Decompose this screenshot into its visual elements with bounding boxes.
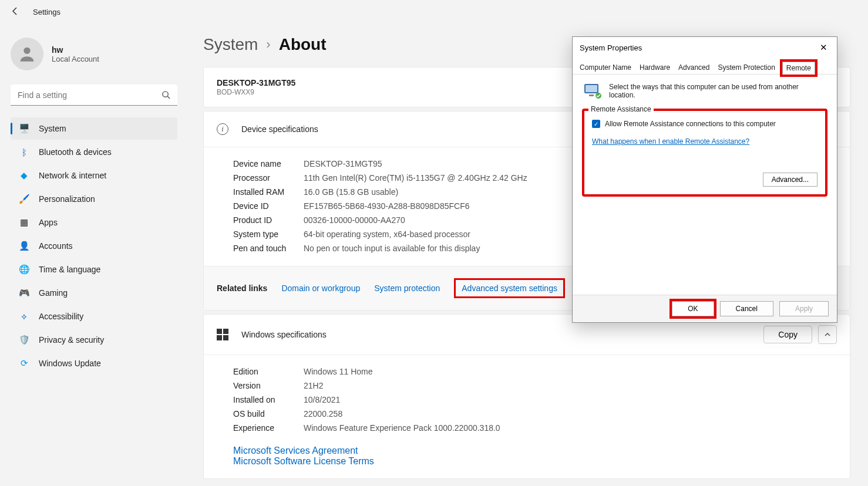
crumb-current: About [279, 35, 327, 54]
close-icon[interactable]: ✕ [817, 40, 830, 55]
svg-rect-4 [586, 85, 597, 92]
svg-line-2 [167, 96, 170, 99]
cancel-button[interactable]: Cancel [720, 301, 773, 316]
section-title: Device specifications [241, 124, 318, 134]
svg-rect-5 [589, 95, 594, 96]
advanced-button[interactable]: Advanced... [763, 173, 817, 187]
search-box[interactable] [11, 85, 177, 106]
spec-val: Windows 11 Home [304, 367, 820, 376]
spec-key: System type [233, 230, 304, 239]
link-remote-help[interactable]: What happens when I enable Remote Assist… [592, 137, 749, 146]
info-icon: i [217, 123, 228, 135]
link-domain[interactable]: Domain or workgroup [281, 284, 360, 293]
checkbox-label: Allow Remote Assistance connections to t… [605, 120, 776, 128]
spec-key: Edition [233, 367, 304, 376]
spec-key: Installed RAM [233, 187, 304, 197]
windows-specs-card: Windows specifications Copy EditionWindo… [203, 314, 850, 479]
sidebar-item-network[interactable]: ◆Network & internet [11, 164, 177, 187]
sidebar-item-label: Gaming [39, 288, 68, 298]
sidebar-item-label: Privacy & security [39, 335, 104, 345]
sidebar-item-label: Accounts [39, 241, 73, 251]
sidebar-item-personalization[interactable]: 🖌️Personalization [11, 188, 177, 210]
link-services-agreement[interactable]: Microsoft Services Agreement [233, 446, 820, 456]
wifi-icon: ◆ [19, 170, 29, 181]
section-title: Windows specifications [241, 330, 327, 339]
sidebar-item-label: Network & internet [39, 171, 106, 180]
profile-name: hw [52, 45, 99, 55]
apps-icon: ▦ [19, 217, 29, 228]
profile-sub: Local Account [52, 55, 99, 63]
sidebar-item-label: System [39, 124, 66, 133]
ok-button[interactable]: OK [672, 301, 714, 316]
tab-computer-name[interactable]: Computer Name [578, 61, 633, 74]
link-advanced-settings[interactable]: Advanced system settings [462, 284, 557, 293]
globe-icon: 🌐 [19, 264, 29, 275]
person-icon: 👤 [19, 241, 29, 251]
spec-key: Experience [233, 423, 304, 433]
spec-key: Version [233, 381, 304, 390]
search-icon [162, 90, 170, 102]
dialog-title: System Properties [580, 43, 642, 52]
copy-button[interactable]: Copy [763, 326, 812, 343]
profile-block[interactable]: hw Local Account [11, 38, 177, 70]
related-label: Related links [217, 284, 267, 293]
spec-key: Device ID [233, 201, 304, 211]
app-title: Settings [33, 8, 60, 16]
sidebar-item-label: Time & language [39, 265, 100, 274]
spec-key: Installed on [233, 395, 304, 404]
spec-key: Processor [233, 173, 304, 183]
spec-key: OS build [233, 409, 304, 419]
system-icon: 🖥️ [19, 123, 29, 134]
sidebar-item-bluetooth[interactable]: ᛒBluetooth & devices [11, 141, 177, 163]
brush-icon: 🖌️ [19, 194, 29, 204]
search-input[interactable] [11, 85, 177, 106]
svg-point-0 [23, 48, 30, 54]
spec-val: 21H2 [304, 381, 820, 390]
sidebar-item-label: Windows Update [39, 359, 101, 368]
chevron-right-icon: › [266, 37, 270, 52]
sidebar-item-label: Bluetooth & devices [39, 147, 112, 157]
update-icon: ⟳ [19, 358, 29, 369]
shield-icon: 🛡️ [19, 335, 29, 345]
sidebar-item-label: Apps [39, 218, 58, 227]
sidebar-item-accounts[interactable]: 👤Accounts [11, 235, 177, 257]
sidebar-item-apps[interactable]: ▦Apps [11, 211, 177, 234]
chevron-up-icon[interactable] [818, 325, 837, 344]
link-license-terms[interactable]: Microsoft Software License Terms [233, 456, 820, 467]
spec-key: Pen and touch [233, 244, 304, 253]
accessibility-icon: ⟡ [19, 311, 29, 322]
spec-val: 10/8/2021 [304, 395, 820, 404]
spec-val: 22000.258 [304, 409, 820, 419]
avatar [11, 38, 43, 70]
tab-advanced[interactable]: Advanced [677, 61, 711, 74]
link-protection[interactable]: System protection [374, 284, 440, 293]
tab-hardware[interactable]: Hardware [638, 61, 671, 74]
sidebar-item-time[interactable]: 🌐Time & language [11, 258, 177, 281]
group-label: Remote Assistance [588, 105, 654, 113]
tab-system-protection[interactable]: System Protection [716, 61, 776, 74]
spec-key: Product ID [233, 215, 304, 225]
system-properties-dialog: System Properties ✕ Computer Name Hardwa… [572, 36, 837, 323]
sidebar-item-gaming[interactable]: 🎮Gaming [11, 282, 177, 304]
svg-point-1 [163, 92, 168, 97]
spec-val: Windows Feature Experience Pack 1000.220… [304, 423, 820, 433]
dialog-desc: Select the ways that this computer can b… [609, 83, 826, 99]
tab-remote[interactable]: Remote [782, 62, 815, 75]
computer-icon [583, 83, 602, 99]
bluetooth-icon: ᛒ [19, 147, 29, 157]
crumb-parent[interactable]: System [203, 35, 258, 54]
back-button[interactable] [11, 6, 21, 17]
allow-remote-assistance-checkbox[interactable]: ✓ [592, 120, 600, 128]
sidebar-item-accessibility[interactable]: ⟡Accessibility [11, 305, 177, 328]
sidebar-item-update[interactable]: ⟳Windows Update [11, 352, 177, 374]
sidebar-item-system[interactable]: 🖥️System [11, 117, 177, 140]
gamepad-icon: 🎮 [19, 288, 29, 298]
sidebar-item-privacy[interactable]: 🛡️Privacy & security [11, 329, 177, 351]
windows-icon [217, 329, 228, 340]
sidebar-item-label: Personalization [39, 194, 95, 204]
spec-key: Device name [233, 159, 304, 168]
sidebar-item-label: Accessibility [39, 312, 83, 321]
apply-button[interactable]: Apply [779, 301, 829, 316]
